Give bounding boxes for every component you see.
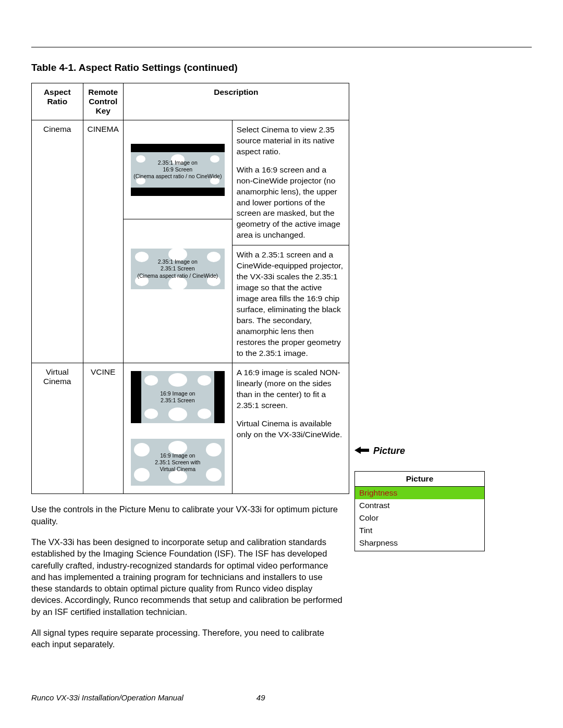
cell-diagram: 2.35:1 Image on 16:9 Screen (Cinema aspe… xyxy=(123,120,232,363)
cell-key: CINEMA xyxy=(83,120,123,363)
diagram-caption: 2.35:1 Image on 16:9 Screen (Cinema aspe… xyxy=(131,158,224,181)
table-title: Table 4-1. Aspect Ratio Settings (contin… xyxy=(31,62,532,73)
table-row: Cinema CINEMA xyxy=(32,120,349,363)
picture-item-contrast[interactable]: Contrast xyxy=(355,499,485,512)
diagram-cinema-235: 2.35:1 Image on 2.35:1 Screen (Cinema as… xyxy=(131,249,225,289)
col-header-desc: Description xyxy=(123,83,349,120)
diagram-caption: 16:9 Image on 2.35:1 Screen xyxy=(158,389,197,405)
picture-item-sharpness[interactable]: Sharpness xyxy=(355,537,485,551)
cell-aspect: Virtual Cinema xyxy=(32,363,83,494)
paragraph: Use the controls in the Picture Menu to … xyxy=(31,503,344,527)
diagram-caption: 16:9 Image on 2.35:1 Screen with Virtual… xyxy=(153,451,202,474)
col-header-aspect: Aspect Ratio xyxy=(32,83,83,120)
picture-menu-table: Picture Brightness Contrast Color Tint S… xyxy=(354,471,485,551)
paragraph: The VX-33i has been designed to incorpor… xyxy=(31,536,344,618)
section-label: Picture xyxy=(373,446,405,456)
picture-item-brightness[interactable]: Brightness xyxy=(355,487,485,500)
picture-item-tint[interactable]: Tint xyxy=(355,524,485,537)
col-header-key: Remote Control Key xyxy=(83,83,123,120)
cell-key: VCINE xyxy=(83,363,123,494)
page-footer: Runco VX-33i Installation/Operation Manu… xyxy=(31,693,532,702)
picture-header: Picture xyxy=(355,472,485,487)
cell-diagram: 16:9 Image on 2.35:1 Screen xyxy=(123,363,232,494)
cell-description: A 16:9 image is scaled NON-linearly (mor… xyxy=(232,363,349,494)
paragraph: All signal types require separate proces… xyxy=(31,627,344,650)
svg-marker-0 xyxy=(354,447,369,454)
section-picture-link[interactable]: Picture xyxy=(354,446,485,456)
diagram-caption: 2.35:1 Image on 2.35:1 Screen (Cinema as… xyxy=(135,257,220,280)
diagram-cinema-16x9: 2.35:1 Image on 16:9 Screen (Cinema aspe… xyxy=(131,144,225,196)
table-row: Virtual Cinema VCINE xyxy=(32,363,349,494)
diagram-vcinema-pillar: 16:9 Image on 2.35:1 Screen xyxy=(131,371,225,423)
aspect-ratio-table: Aspect Ratio Remote Control Key Descript… xyxy=(31,83,349,494)
footer-doc-title: Runco VX-33i Installation/Operation Manu… xyxy=(31,693,183,702)
header-rule xyxy=(31,47,532,47)
cell-aspect: Cinema xyxy=(32,120,83,363)
arrow-left-icon xyxy=(354,446,369,456)
cell-description: Select Cinema to view 2.35 source materi… xyxy=(232,120,349,363)
picture-item-color[interactable]: Color xyxy=(355,512,485,524)
diagram-vcinema-stretched: 16:9 Image on 2.35:1 Screen with Virtual… xyxy=(131,439,225,486)
footer-page-number: 49 xyxy=(256,693,265,702)
